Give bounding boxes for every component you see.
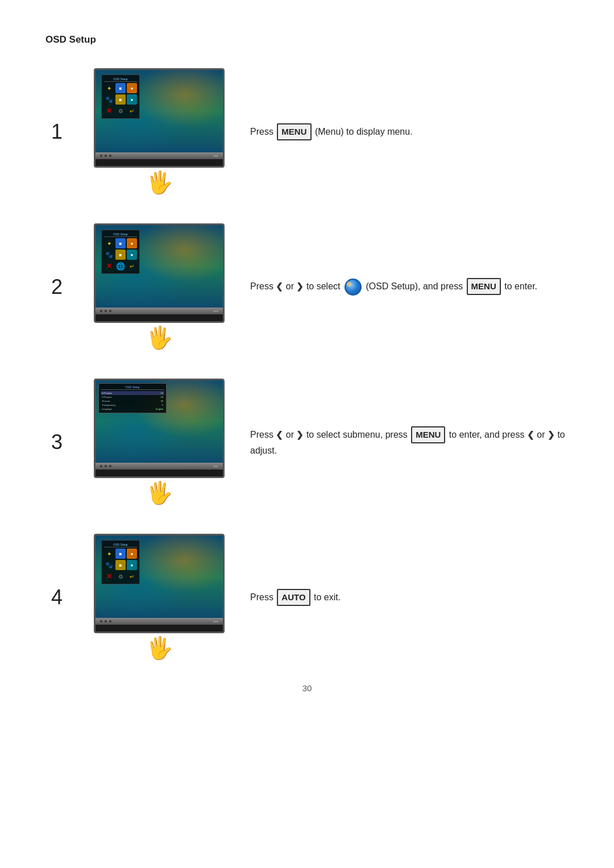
step-4-number: 4 [45,585,68,609]
step-3-number: 3 [45,430,68,454]
dot [109,465,111,467]
dot [100,465,102,467]
hand-icon-2: 🖐 [146,325,173,350]
osd-icon-blue: ■ [115,83,126,93]
chevron-right-3b: ❯ [547,428,555,442]
osd-icon-x: ✕ [104,106,114,116]
page-title: OSD Setup [45,34,569,45]
monitor-base-4: aoc [96,618,223,625]
hand-icon-3: 🖐 [146,480,173,505]
osd-icon-arrow: ↵ [127,106,137,116]
monitor-base-3: aoc [96,463,223,470]
osd-icon-orange-2: ● [127,238,137,248]
osd-icon-teal-2: ● [127,250,137,260]
dot [100,155,102,157]
osd-icon-yellow-4: ■ [115,560,126,570]
aoc-logo-3: aoc [213,464,218,468]
monitor-base-2: aoc [96,308,223,314]
dot [105,310,107,312]
osd-icon-gear: ⚙ [115,106,126,116]
osd-menu-item-vposition: V.Position 50 [101,395,164,399]
chevron-left-2: ❮ [276,280,283,293]
osd-icon-teal-4: ● [127,560,137,570]
monitor-base-1: aoc [96,152,223,159]
osd-title-2: OSD Setup [104,232,137,237]
monitor-2: OSD Setup ✦ ■ ● 🐾 ■ ● ✕ 🌐 ↵ [94,223,225,323]
hand-icon-4: 🖐 [146,636,173,661]
step-2-description: Press ❮ or ❯ to select (OSD Setup), and … [250,278,569,296]
aoc-logo-2: aoc [213,309,218,313]
base-dots-3 [100,465,111,467]
chevron-left-3b: ❮ [527,428,534,442]
osd-menu-4: OSD Setup ✦ ■ ● 🐾 ■ ● ✕ ⚙ ↵ [101,540,140,584]
globe-icon [345,279,362,296]
screen-4: OSD Setup ✦ ■ ● 🐾 ■ ● ✕ ⚙ ↵ [96,535,223,618]
monitor-1: OSD Setup ✦ ■ ● 🐾 ■ ● ✕ ⚙ ↵ [94,68,225,168]
osd-icon-x-2: ✕ [104,261,114,271]
osd-icon-x-4: ✕ [104,571,114,582]
step-4-row: 4 OSD Setup ✦ ■ ● 🐾 ■ ● [45,534,569,661]
osd-menu-2: OSD Setup ✦ ■ ● 🐾 ■ ● ✕ 🌐 ↵ [101,230,140,274]
dot [105,620,107,622]
menu-key-3: MENU [411,426,445,443]
dot [100,620,102,622]
chevron-right-2: ❯ [296,280,304,293]
osd-icon-paw: 🐾 [104,94,114,105]
osd-icon-gear-4: ⚙ [115,571,126,582]
menu-key-1: MENU [277,123,311,140]
step-2-number: 2 [45,275,68,299]
aoc-logo-4: aoc [213,620,218,623]
hand-icon-1: 🖐 [146,170,173,195]
osd-icon-blue-4: ■ [115,549,126,559]
osd-title-3: OSD Setup [101,385,164,390]
osd-menu-item-timeout: Timeout 30 [101,399,164,403]
osd-icon-gear-2: 🌐 [115,261,126,271]
base-dots-2 [100,310,111,312]
osd-icon-teal: ● [127,94,137,105]
monitor-3: OSD Setup H.Position 50 V.Position 50 Ti… [94,379,225,478]
screen-2: OSD Setup ✦ ■ ● 🐾 ■ ● ✕ 🌐 ↵ [96,225,223,308]
step-3-row: 3 OSD Setup H.Position 50 V.Position [45,379,569,505]
osd-items-2: ✦ ■ ● 🐾 ■ ● ✕ 🌐 ↵ [104,238,137,271]
step-1-image: OSD Setup ✦ ■ ● 🐾 ■ ● ✕ ⚙ ↵ [91,68,227,195]
page-number: 30 [45,683,569,693]
step-1-description: Press MENU (Menu) to display menu. [250,123,569,140]
osd-menu-1: OSD Setup ✦ ■ ● 🐾 ■ ● ✕ ⚙ ↵ [101,74,140,119]
base-dots-1 [100,155,111,157]
dot [100,310,102,312]
osd-menu-3: OSD Setup H.Position 50 V.Position 50 Ti… [98,383,167,413]
osd-icon-star-4: ✦ [104,549,114,559]
dot [109,155,111,157]
osd-icon-paw-2: 🐾 [104,250,114,260]
dot [105,465,107,467]
osd-icon-orange-4: ● [127,549,137,559]
step-2-row: 2 OSD Setup ✦ ■ ● 🐾 ■ ● [45,223,569,350]
osd-icon-orange: ● [127,83,137,93]
step-3-description: Press ❮ or ❯ to select submenu, press ME… [250,426,569,458]
base-dots-4 [100,620,111,622]
aoc-logo-1: aoc [213,154,218,157]
menu-key-2: MENU [467,278,501,295]
osd-icon-arrow-4: ↵ [127,571,137,582]
osd-items-4: ✦ ■ ● 🐾 ■ ● ✕ ⚙ ↵ [104,549,137,582]
chevron-right-3a: ❯ [296,428,304,442]
dot [109,620,111,622]
step-1-row: 1 OSD Setup ✦ ■ ● 🐾 ■ ● [45,68,569,195]
monitor-4: OSD Setup ✦ ■ ● 🐾 ■ ● ✕ ⚙ ↵ [94,534,225,633]
step-4-description: Press AUTO to exit. [250,589,569,606]
dot [105,155,107,157]
step-2-image: OSD Setup ✦ ■ ● 🐾 ■ ● ✕ 🌐 ↵ [91,223,227,350]
step-3-image: OSD Setup H.Position 50 V.Position 50 Ti… [91,379,227,505]
step-1-number: 1 [45,120,68,144]
osd-icon-yellow: ■ [115,94,126,105]
osd-title-4: OSD Setup [104,543,137,547]
screen-1: OSD Setup ✦ ■ ● 🐾 ■ ● ✕ ⚙ ↵ [96,70,223,152]
osd-icon-yellow-2: ■ [115,250,126,260]
osd-icon-star: ✦ [104,83,114,93]
osd-menu-item-transp: Transparency 0 [101,403,164,407]
osd-title-1: OSD Setup [104,77,137,82]
steps-container: 1 OSD Setup ✦ ■ ● 🐾 ■ ● [45,68,569,661]
chevron-left-3a: ❮ [276,428,283,442]
step-4-image: OSD Setup ✦ ■ ● 🐾 ■ ● ✕ ⚙ ↵ [91,534,227,661]
osd-menu-item-position: H.Position 50 [101,391,164,395]
